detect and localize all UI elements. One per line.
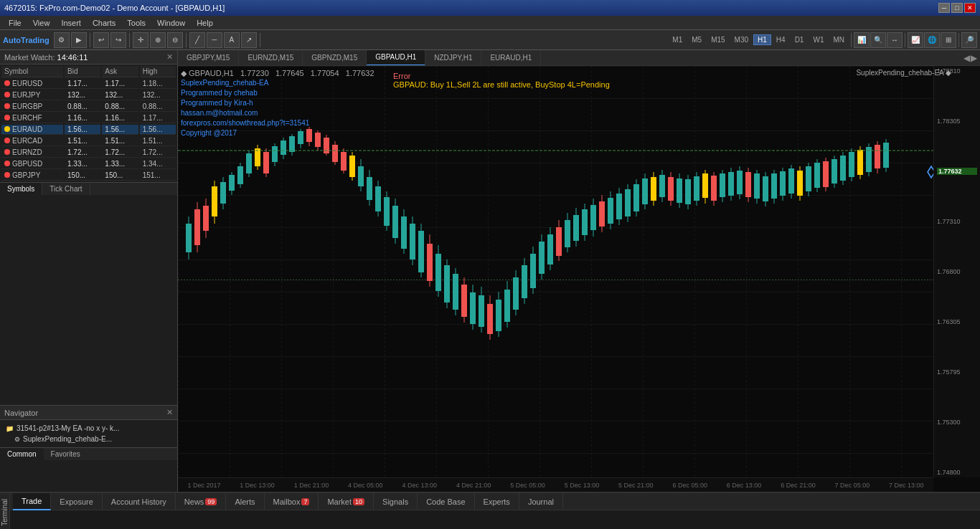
tab-account-history[interactable]: Account History (103, 493, 176, 510)
tf-h4[interactable]: H4 (772, 34, 790, 45)
tf-m30[interactable]: M30 (730, 34, 753, 45)
chart-nav-left[interactable]: ◀ (963, 53, 970, 63)
bottom-tabs: Trade Exposure Account History News99 Al… (10, 493, 980, 510)
toolbar-text[interactable]: A (224, 32, 240, 48)
market-watch-close-btn[interactable]: ✕ (166, 52, 173, 62)
chart-tab-gbpaud-h1[interactable]: GBPAUD,H1 (367, 50, 425, 66)
menu-help[interactable]: Help (191, 17, 219, 29)
toolbar-btn-1[interactable]: ⚙ (54, 32, 70, 48)
svg-rect-93 (556, 227, 562, 256)
toolbar-period-sep[interactable]: ⊞ (941, 32, 956, 48)
svg-rect-99 (582, 209, 588, 235)
svg-rect-75 (479, 295, 484, 327)
ea-line1: Programmed by chehab (181, 88, 374, 98)
ea-line4: forexpros.com/showthread.php?t=31541 (181, 118, 374, 128)
nav-item-1[interactable]: 📁 31541-p2#13-My EA -no x y- k... (3, 423, 174, 434)
tf-mn[interactable]: MN (829, 34, 849, 45)
svg-rect-87 (530, 254, 536, 288)
close-btn[interactable]: ✕ (964, 3, 976, 13)
toolbar-indicators[interactable]: 📈 (908, 32, 923, 48)
tf-w1[interactable]: W1 (809, 34, 828, 45)
nav-item-2[interactable]: ⚙ SuplexPending_chehab-E... (3, 434, 174, 444)
svg-rect-135 (737, 171, 743, 194)
toolbar-btn-4[interactable]: ↪ (110, 32, 126, 48)
symbol-dot (4, 115, 10, 120)
market-row-eurusd[interactable]: EURUSD 1.17... 1.17... 1.18... (1, 79, 176, 89)
toolbar-separator-6 (958, 33, 959, 47)
mw-high: 1.18... (140, 79, 176, 89)
menu-charts[interactable]: Charts (87, 17, 121, 29)
mw-bid: 0.88... (65, 102, 100, 112)
menu-view[interactable]: View (27, 17, 56, 29)
nav-tab-favorites[interactable]: Favorites (44, 448, 88, 460)
tf-h1[interactable]: H1 (753, 34, 771, 45)
tf-m5[interactable]: M5 (687, 34, 706, 45)
tab-experts[interactable]: Experts (475, 493, 519, 510)
tab-market[interactable]: Market10 (319, 493, 374, 510)
mw-high: 1.34... (140, 159, 176, 169)
menu-tools[interactable]: Tools (121, 17, 151, 29)
market-row-eurnzd[interactable]: EURNZD 1.72... 1.72... 1.72... (1, 148, 176, 158)
market-row-gbpusd[interactable]: GBPUSD 1.33... 1.33... 1.34... (1, 159, 176, 169)
market-row-eurcad[interactable]: EURCAD 1.51... 1.51... 1.51... (1, 136, 176, 146)
market-row-eurjpy[interactable]: EURJPY 132... 132... 132... (1, 90, 176, 100)
maximize-btn[interactable]: □ (951, 3, 963, 13)
toolbar-separator-4 (260, 33, 260, 47)
col-ask: Ask (102, 66, 138, 77)
mw-tab-tick[interactable]: Tick Chart (42, 183, 90, 195)
tab-exposure[interactable]: Exposure (51, 493, 102, 510)
nav-item-1-label: 31541-p2#13-My EA -no x y- k... (17, 424, 119, 432)
mw-symbol: GBPUSD (1, 159, 63, 169)
market-row-gbpjpy[interactable]: GBPJPY 150... 150... 151... (1, 171, 176, 181)
toolbar-btn-2[interactable]: ▶ (71, 32, 87, 48)
chart-tab-gbpnzd-m15[interactable]: GBPNZD,M15 (303, 50, 367, 66)
svg-rect-43 (341, 152, 347, 171)
chart-tab-nzdjpy-h1[interactable]: NZDJPY,H1 (425, 50, 481, 66)
chart-tab-euraud-h1[interactable]: EURAUD,H1 (481, 50, 541, 66)
toolbar-zoom-in[interactable]: ⊕ (150, 32, 166, 48)
market-watch-header: Market Watch: 14:46:11 ✕ (0, 50, 177, 65)
mw-tab-symbols[interactable]: Symbols (0, 183, 42, 195)
tab-alerts[interactable]: Alerts (226, 493, 264, 510)
search-btn[interactable]: 🔎 (961, 32, 977, 48)
chart-canvas[interactable]: ◆ GBPAUD,H1 1.77230 1.77645 1.77054 1.77… (178, 66, 980, 492)
toolbar-chart-type[interactable]: 📊 (854, 32, 870, 48)
tf-d1[interactable]: D1 (791, 34, 809, 45)
market-row-euraud[interactable]: EURAUD 1.56... 1.56... 1.56... (1, 125, 176, 135)
toolbar-line[interactable]: ╱ (189, 32, 205, 48)
toolbar-tpl[interactable]: 🌐 (924, 32, 940, 48)
tab-trade[interactable]: Trade (13, 493, 51, 510)
toolbar-arrow[interactable]: ↗ (241, 32, 257, 48)
chart-tab-eurnzd-m15[interactable]: EURNZD,M15 (239, 50, 303, 66)
menu-window[interactable]: Window (151, 17, 191, 29)
market-row-eurchf[interactable]: EURCHF 1.16... 1.16... 1.17... (1, 113, 176, 123)
chart-nav-right[interactable]: ▶ (971, 53, 977, 63)
minimize-btn[interactable]: ─ (938, 3, 950, 13)
nav-tab-common[interactable]: Common (0, 448, 44, 460)
market-row-eurgbp[interactable]: EURGBP 0.88... 0.88... 0.88... (1, 102, 176, 112)
toolbar-hline[interactable]: ─ (207, 32, 222, 48)
error-title: Error (393, 72, 610, 80)
toolbar-btn-3[interactable]: ↩ (93, 32, 109, 48)
tf-m1[interactable]: M1 (668, 34, 687, 45)
toolbar-separator-1 (90, 33, 90, 47)
toolbar-autoscroll[interactable]: ↔ (887, 32, 903, 48)
tab-codebase[interactable]: Code Base (418, 493, 474, 510)
tab-journal[interactable]: Journal (519, 493, 563, 510)
svg-rect-169 (883, 143, 889, 168)
time-2: 1 Dec 13:00 (240, 482, 275, 489)
tf-m15[interactable]: M15 (707, 34, 729, 45)
terminal-label[interactable]: Terminal (0, 496, 10, 529)
navigator-close-btn[interactable]: ✕ (166, 408, 173, 417)
mw-bid: 1.51... (65, 136, 100, 146)
chart-tab-gbpjpy-m15[interactable]: GBPJPY,M15 (178, 50, 239, 66)
toolbar-separator-5 (905, 33, 905, 47)
toolbar-zoom-chart[interactable]: 🔍 (870, 32, 886, 48)
toolbar-crosshair[interactable]: ✛ (133, 32, 149, 48)
menu-file[interactable]: File (3, 17, 27, 29)
menu-insert[interactable]: Insert (55, 17, 87, 29)
tab-signals[interactable]: Signals (374, 493, 418, 510)
tab-news[interactable]: News99 (176, 493, 227, 510)
toolbar-zoom-out[interactable]: ⊖ (167, 32, 183, 48)
tab-mailbox[interactable]: Mailbox7 (265, 493, 319, 510)
